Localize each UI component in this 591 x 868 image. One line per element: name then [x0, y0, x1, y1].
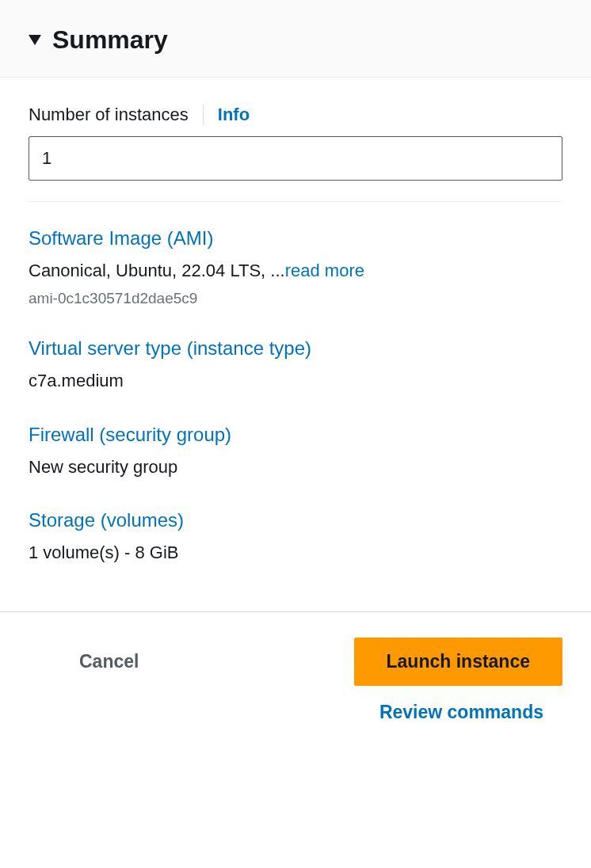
ami-id: ami-0c1c30571d2dae5c9 — [29, 290, 562, 307]
instances-label: Number of instances — [29, 105, 189, 125]
divider-vertical — [203, 105, 204, 125]
launch-instance-button[interactable]: Launch instance — [354, 638, 562, 686]
ami-read-more-link[interactable]: read more — [285, 261, 364, 280]
firewall-title-link[interactable]: Firewall (security group) — [29, 424, 231, 446]
review-commands-link[interactable]: Review commands — [379, 702, 562, 723]
storage-value: 1 volume(s) - 8 GiB — [29, 541, 562, 565]
info-link[interactable]: Info — [218, 105, 250, 125]
ami-description-row: Canonical, Ubuntu, 22.04 LTS, ...read mo… — [29, 259, 562, 284]
ami-section: Software Image (AMI) Canonical, Ubuntu, … — [29, 227, 562, 307]
summary-content: Number of instances Info Software Image … — [0, 78, 591, 611]
cancel-button[interactable]: Cancel — [57, 640, 161, 683]
instance-type-section: Virtual server type (instance type) c7a.… — [29, 337, 562, 394]
ami-title-link[interactable]: Software Image (AMI) — [29, 227, 213, 249]
firewall-value: New security group — [29, 455, 562, 480]
storage-section: Storage (volumes) 1 volume(s) - 8 GiB — [29, 509, 562, 565]
instances-field-row: Number of instances Info — [29, 105, 562, 125]
instance-type-value: c7a.medium — [29, 369, 562, 394]
divider-horizontal — [29, 201, 562, 202]
instance-type-title-link[interactable]: Virtual server type (instance type) — [29, 337, 311, 360]
summary-title: Summary — [52, 25, 168, 55]
footer-button-row: Cancel Launch instance — [29, 638, 562, 686]
summary-header-section: Summary — [0, 0, 591, 78]
ami-description: Canonical, Ubuntu, 22.04 LTS, ... — [29, 261, 285, 280]
instances-input[interactable] — [29, 136, 562, 181]
review-row: Review commands — [29, 702, 562, 723]
firewall-section: Firewall (security group) New security g… — [29, 424, 562, 480]
caret-down-icon — [29, 35, 41, 45]
footer-section: Cancel Launch instance Review commands — [0, 611, 591, 742]
storage-title-link[interactable]: Storage (volumes) — [29, 509, 184, 531]
summary-header-row[interactable]: Summary — [29, 25, 562, 55]
